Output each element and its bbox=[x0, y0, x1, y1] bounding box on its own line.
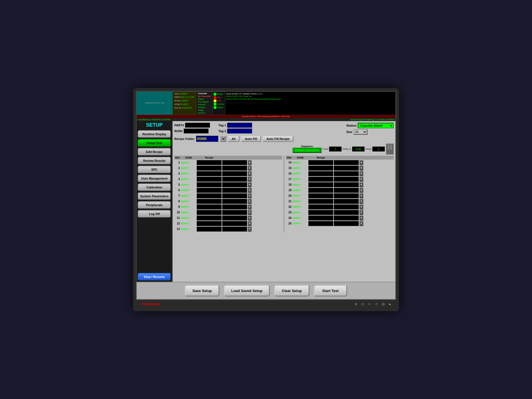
slot-zone-23[interactable] bbox=[308, 210, 333, 215]
sidebar-item-logoff[interactable]: Log Off bbox=[138, 210, 171, 218]
slot-recipe-20[interactable] bbox=[334, 193, 359, 198]
slot-dd-14[interactable]: ▼ bbox=[359, 160, 363, 165]
slot-recipe-1[interactable] bbox=[222, 160, 247, 165]
slot-zone-21[interactable] bbox=[308, 199, 333, 204]
slot-dd-16[interactable]: ▼ bbox=[359, 171, 363, 176]
slot-zone-20[interactable] bbox=[308, 193, 333, 198]
sidebar-item-calibration[interactable]: Calibration bbox=[138, 183, 171, 191]
slot-recipe-21[interactable] bbox=[334, 199, 359, 204]
sidebar-item-setup-test[interactable]: Setup Test bbox=[138, 139, 171, 147]
slot-dd-7[interactable]: ▼ bbox=[248, 193, 252, 198]
slot-zone-18[interactable] bbox=[308, 182, 333, 187]
slot-dd-19[interactable]: ▼ bbox=[359, 188, 363, 193]
slot-recipe-10[interactable] bbox=[222, 210, 247, 215]
slot-dd-3[interactable]: ▼ bbox=[248, 171, 252, 176]
slot-zone-14[interactable] bbox=[308, 160, 333, 165]
slot-recipe-7[interactable] bbox=[222, 193, 247, 198]
slot-recipe-25[interactable] bbox=[334, 221, 359, 226]
slot-zone-22[interactable] bbox=[308, 204, 333, 209]
slot-recipe-18[interactable] bbox=[334, 182, 359, 187]
sidebar-item-stop-resume[interactable]: Stop / Resume bbox=[138, 273, 171, 281]
slot-dd-2[interactable]: ▼ bbox=[248, 166, 252, 171]
tag2-input[interactable] bbox=[227, 129, 252, 134]
slot-recipe-19[interactable] bbox=[334, 188, 359, 193]
slot-dd-11[interactable]: ▼ bbox=[248, 216, 252, 221]
monitor-icon-2[interactable]: ◫ bbox=[361, 303, 364, 306]
slot-dd-6[interactable]: ▼ bbox=[248, 188, 252, 193]
run-input[interactable] bbox=[184, 129, 209, 134]
sidebar-item-spc[interactable]: SPC bbox=[138, 166, 171, 173]
start-test-button[interactable]: Start Test bbox=[314, 285, 347, 296]
slot-recipe-2[interactable] bbox=[222, 166, 247, 171]
monitor-icon-5[interactable]: ⏻ bbox=[382, 303, 385, 306]
monitor-icon-1[interactable]: ⊞ bbox=[355, 303, 357, 306]
slot-recipe-11[interactable] bbox=[222, 216, 247, 221]
slot-dd-8[interactable]: ▼ bbox=[248, 199, 252, 204]
recipe-folder-dropdown[interactable]: ▼ bbox=[220, 136, 226, 142]
slot-recipe-14[interactable] bbox=[334, 160, 359, 165]
slot-recipe-3[interactable] bbox=[222, 171, 247, 176]
slot-zone-17[interactable] bbox=[308, 177, 333, 182]
slot-zone-11[interactable] bbox=[197, 216, 222, 221]
slot-dd-24[interactable]: ▼ bbox=[359, 216, 363, 221]
slot-dd-12[interactable]: ▼ bbox=[248, 221, 252, 226]
slot-zone-3[interactable] bbox=[197, 171, 222, 176]
slot-recipe-22[interactable] bbox=[334, 204, 359, 209]
slot-dd-15[interactable]: ▼ bbox=[359, 166, 363, 171]
slot-recipe-15[interactable] bbox=[334, 166, 359, 171]
slot-dd-18[interactable]: ▼ bbox=[359, 182, 363, 187]
slot-zone-15[interactable] bbox=[308, 166, 333, 171]
slot-recipe-17[interactable] bbox=[334, 177, 359, 182]
slot-dd-20[interactable]: ▼ bbox=[359, 193, 363, 198]
slot-dd-17[interactable]: ▼ bbox=[359, 177, 363, 182]
slot-dd-22[interactable]: ▼ bbox=[359, 204, 363, 209]
slot-recipe-4[interactable] bbox=[222, 177, 247, 182]
slot-dd-21[interactable]: ▼ bbox=[359, 199, 363, 204]
slot-zone-19[interactable] bbox=[308, 188, 333, 193]
sidebar-item-peripherals[interactable]: Peripherals bbox=[138, 201, 171, 209]
slot-recipe-9[interactable] bbox=[222, 204, 247, 209]
slot-zone-12[interactable] bbox=[197, 221, 222, 226]
slot-zone-4[interactable] bbox=[197, 177, 222, 182]
slot-recipe-13[interactable] bbox=[222, 227, 247, 232]
slot-recipe-5[interactable] bbox=[222, 182, 247, 187]
slot-recipe-8[interactable] bbox=[222, 199, 247, 204]
auto-fill-button[interactable]: Auto Fill bbox=[241, 136, 261, 142]
slot-recipe-24[interactable] bbox=[334, 216, 359, 221]
slot-dd-13[interactable]: ▼ bbox=[248, 227, 252, 232]
slot-zone-9[interactable] bbox=[197, 204, 222, 209]
sidebar-item-user-mgmt[interactable]: User Management bbox=[138, 175, 171, 182]
slot-recipe-16[interactable] bbox=[334, 171, 359, 176]
monitor-icon-4[interactable]: ↺ bbox=[375, 303, 377, 306]
slot-dd-4[interactable]: ▼ bbox=[248, 177, 252, 182]
slot-dd-23[interactable]: ▼ bbox=[359, 210, 363, 215]
slot-dd-25[interactable]: ▼ bbox=[359, 221, 363, 226]
slot-zone-1[interactable] bbox=[197, 160, 222, 165]
sidebar-item-sys-params[interactable]: System Parameters bbox=[138, 192, 171, 200]
sequence-button[interactable]: Normal Operation bbox=[293, 148, 321, 153]
monitor-icon-3[interactable]: ☀ bbox=[368, 303, 371, 306]
station-select[interactable]: Cassette Stand bbox=[358, 123, 394, 128]
size-select[interactable]: 25 bbox=[354, 129, 367, 135]
slot-zone-6[interactable] bbox=[197, 188, 222, 193]
load-saved-setup-button[interactable]: Load Saved Setup bbox=[224, 285, 270, 296]
slot-zone-25[interactable] bbox=[308, 221, 333, 226]
clear-setup-button[interactable]: Clear Setup bbox=[274, 285, 309, 296]
recipe-folder-input[interactable] bbox=[196, 136, 218, 142]
tag1-input[interactable] bbox=[227, 123, 252, 128]
slot-zone-7[interactable] bbox=[197, 193, 222, 198]
slot-dd-9[interactable]: ▼ bbox=[248, 204, 252, 209]
slot-zone-2[interactable] bbox=[197, 166, 222, 171]
sidebar-item-runtime[interactable]: Runtime Display bbox=[138, 130, 171, 138]
slot-recipe-6[interactable] bbox=[222, 188, 247, 193]
all-button[interactable]: All bbox=[228, 136, 239, 142]
part-input[interactable] bbox=[185, 123, 210, 128]
slot-dd-5[interactable]: ▼ bbox=[248, 182, 252, 187]
save-setup-button[interactable]: Save Setup bbox=[185, 285, 219, 296]
slot-zone-24[interactable] bbox=[308, 216, 333, 221]
slot-dd-1[interactable]: ▼ bbox=[248, 160, 252, 165]
slot-zone-5[interactable] bbox=[197, 182, 222, 187]
slot-dd-10[interactable]: ▼ bbox=[248, 210, 252, 215]
slot-recipe-23[interactable] bbox=[334, 210, 359, 215]
sidebar-item-review-results[interactable]: Review Results bbox=[138, 157, 171, 165]
